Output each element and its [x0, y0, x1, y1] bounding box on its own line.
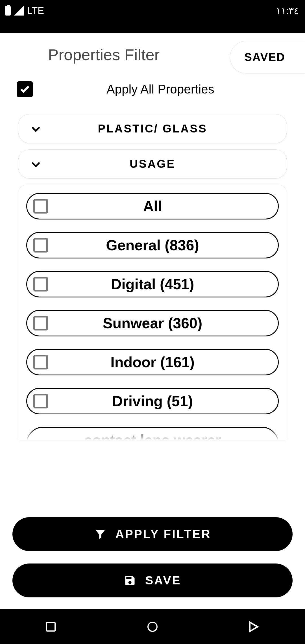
apply-all-label: Apply All Properties: [44, 82, 288, 96]
nav-back-button[interactable]: [248, 620, 261, 633]
option-indoor[interactable]: Indoor (161): [26, 349, 279, 375]
checkbox-icon[interactable]: [33, 355, 48, 369]
checkbox-icon[interactable]: [33, 316, 48, 330]
option-digital[interactable]: Digital (451): [26, 271, 279, 297]
bottom-actions: APPLY FILTER SAVE: [0, 505, 305, 597]
apply-filter-button[interactable]: APPLY FILTER: [12, 517, 293, 551]
saved-button[interactable]: SAVED: [230, 41, 305, 73]
chevron-down-icon: [30, 158, 42, 170]
option-sunwear[interactable]: Sunwear (360): [26, 310, 279, 336]
option-label: All: [48, 198, 272, 215]
apply-all-checkbox[interactable]: [17, 81, 33, 97]
check-icon: [19, 84, 30, 95]
option-label: Sunwear (360): [48, 315, 272, 332]
apply-all-row[interactable]: Apply All Properties: [0, 76, 305, 108]
option-driving[interactable]: Driving (51): [26, 388, 279, 414]
save-label: SAVE: [145, 574, 181, 587]
section-usage[interactable]: USAGE: [18, 149, 287, 179]
filter-icon: [94, 528, 106, 540]
system-nav-bar: [0, 609, 305, 644]
option-label: General (836): [48, 237, 272, 254]
nav-recent-button[interactable]: [44, 620, 57, 633]
option-all[interactable]: All: [26, 193, 279, 219]
option-general[interactable]: General (836): [26, 232, 279, 258]
header: Properties Filter SAVED: [0, 33, 305, 76]
page-title: Properties Filter: [48, 45, 160, 64]
option-label: contact lens wearer Relaxation: [48, 432, 272, 440]
section-label: USAGE: [42, 158, 275, 170]
option-label: Driving (51): [48, 393, 272, 410]
network-label: LTE: [27, 5, 44, 16]
save-button[interactable]: SAVE: [12, 564, 293, 597]
save-icon: [124, 574, 136, 587]
option-contact-lens[interactable]: contact lens wearer Relaxation: [26, 427, 279, 440]
section-label: PLASTIC/ GLASS: [42, 122, 275, 135]
battery-icon: [5, 6, 11, 16]
status-bar: LTE ١١:٣٤: [0, 0, 305, 33]
checkbox-icon[interactable]: [33, 277, 48, 291]
apply-filter-label: APPLY FILTER: [116, 527, 211, 541]
checkbox-icon[interactable]: [33, 238, 48, 253]
nav-home-button[interactable]: [146, 620, 159, 633]
clock: ١١:٣٤: [276, 5, 299, 16]
main-panel: Properties Filter SAVED Apply All Proper…: [0, 33, 305, 609]
checkbox-icon[interactable]: [33, 394, 48, 408]
signal-icon: [14, 6, 24, 16]
section-plastic-glass[interactable]: PLASTIC/ GLASS: [18, 114, 287, 143]
option-label: Indoor (161): [48, 354, 272, 371]
usage-options-list[interactable]: All General (836) Digital (451) Sunwear …: [18, 185, 287, 440]
chevron-down-icon: [30, 123, 42, 135]
checkbox-icon[interactable]: [33, 199, 48, 214]
option-label: Digital (451): [48, 276, 272, 293]
